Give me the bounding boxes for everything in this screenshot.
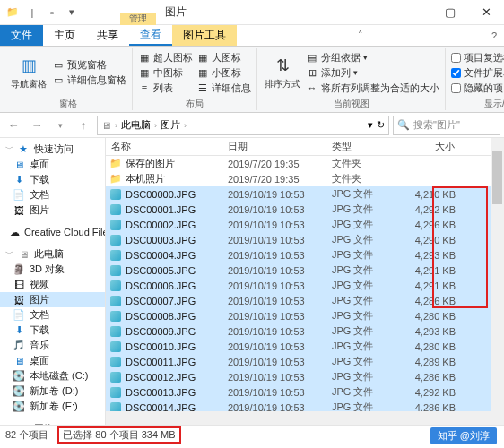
nav-pane-button[interactable]: ▥ 导航窗格: [9, 55, 48, 90]
details-button[interactable]: ☰详细信息: [196, 82, 251, 95]
file-name: DSC00010.JPG: [126, 341, 196, 352]
tab-share[interactable]: 共享: [86, 25, 129, 46]
nav-sidebar: ﹀★快速访问 🖥桌面 ⬇下载 📄文档 🖼图片 ☁Creative Cloud F…: [0, 138, 106, 425]
sidebar-documents2[interactable]: 📄文档: [0, 307, 105, 323]
qat-separator: |: [25, 5, 39, 20]
refresh-button[interactable]: ↻: [377, 119, 385, 131]
sort-button[interactable]: ⇅ 排序方式: [263, 55, 302, 90]
vertical-scrollbar[interactable]: [491, 138, 504, 425]
xl-icons-button[interactable]: ▦超大图标: [138, 51, 193, 65]
recent-dropdown[interactable]: ▾: [50, 116, 70, 135]
file-date: 2019/7/20 19:35: [222, 174, 326, 185]
file-row[interactable]: DSC00002.JPG2019/10/19 10:53JPG 文件4,296 …: [106, 217, 504, 232]
file-row[interactable]: 📁本机照片2019/7/20 19:35文件夹: [106, 171, 504, 186]
qat-dropdown-icon[interactable]: ▾: [65, 5, 79, 20]
minimize-button[interactable]: ―: [396, 0, 432, 25]
file-row[interactable]: DSC00010.JPG2019/10/19 10:53JPG 文件4,280 …: [106, 339, 504, 354]
forward-button[interactable]: →: [27, 116, 47, 135]
pictures-icon: 🖼: [13, 294, 25, 306]
tab-picture-tools[interactable]: 图片工具: [172, 25, 237, 46]
file-row[interactable]: DSC00007.JPG2019/10/19 10:53JPG 文件4,286 …: [106, 293, 504, 308]
sidebar-this-pc[interactable]: ﹀🖥此电脑: [0, 246, 105, 262]
file-row[interactable]: DSC00006.JPG2019/10/19 10:53JPG 文件4,291 …: [106, 278, 504, 293]
file-row[interactable]: DSC00004.JPG2019/10/19 10:53JPG 文件4,293 …: [106, 247, 504, 263]
group-show-hide-label: 显示/隐藏: [451, 97, 504, 110]
help-icon[interactable]: ?: [484, 25, 504, 46]
sidebar-videos[interactable]: 🎞视频: [0, 277, 105, 292]
file-row[interactable]: DSC00003.JPG2019/10/19 10:53JPG 文件4,290 …: [106, 232, 504, 247]
up-button[interactable]: ↑: [74, 116, 93, 135]
file-row[interactable]: DSC00014.JPG2019/10/19 10:53JPG 文件4,286 …: [106, 400, 504, 411]
tab-view[interactable]: 查看: [129, 25, 172, 46]
crumb-pictures[interactable]: 图片: [161, 118, 180, 132]
qat-new-icon[interactable]: ▫: [45, 5, 59, 20]
drive-icon: 💽: [13, 370, 25, 383]
file-row[interactable]: DSC00009.JPG2019/10/19 10:53JPG 文件4,293 …: [106, 323, 504, 339]
tab-file[interactable]: 文件: [0, 25, 43, 46]
file-row[interactable]: DSC00008.JPG2019/10/19 10:53JPG 文件4,280 …: [106, 308, 504, 323]
ribbon-collapse-icon[interactable]: ˄: [351, 25, 370, 46]
jpg-icon: [109, 325, 122, 338]
file-row[interactable]: 📁保存的图片2019/7/20 19:35文件夹: [106, 156, 504, 171]
file-row[interactable]: DSC00000.JPG2019/10/19 10:53JPG 文件4,210 …: [106, 186, 504, 202]
crumb-this-pc[interactable]: 此电脑: [121, 118, 151, 132]
file-ext-toggle[interactable]: 文件扩展名: [451, 66, 504, 80]
list-button[interactable]: ≡列表: [138, 82, 193, 95]
sidebar-pictures[interactable]: 🖼图片: [0, 202, 105, 218]
col-date[interactable]: 日期: [222, 138, 326, 155]
horizontal-scrollbar[interactable]: [106, 411, 504, 425]
file-date: 2019/7/20 19:35: [222, 159, 326, 169]
file-ext-checkbox[interactable]: [451, 68, 461, 78]
file-name: DSC00001.JPG: [126, 204, 196, 215]
col-size[interactable]: 大小: [398, 138, 461, 155]
sidebar-new-d[interactable]: 💽新加卷 (D:): [0, 383, 105, 399]
breadcrumb[interactable]: 🖥 › 此电脑 › 图片 › ▾ ↻: [97, 116, 389, 135]
item-checkboxes-checkbox[interactable]: [451, 53, 461, 63]
file-row[interactable]: DSC00011.JPG2019/10/19 10:53JPG 文件4,289 …: [106, 354, 504, 369]
sidebar-documents[interactable]: 📄文档: [0, 187, 105, 202]
sidebar-pictures2[interactable]: 🖼图片: [0, 292, 105, 307]
add-col-button[interactable]: ⊞添加列▾: [306, 66, 439, 80]
sidebar-ccf[interactable]: ☁Creative Cloud Files: [0, 225, 105, 239]
col-type[interactable]: 类型: [326, 138, 398, 155]
sidebar-desktop2[interactable]: 🖥桌面: [0, 353, 105, 368]
group-by-button[interactable]: ▤分组依据▾: [306, 51, 439, 65]
file-row[interactable]: DSC00012.JPG2019/10/19 10:53JPG 文件4,286 …: [106, 369, 504, 384]
details-pane-button[interactable]: ▭详细信息窗格: [52, 73, 126, 87]
sidebar-desktop[interactable]: 🖥桌面: [0, 157, 105, 172]
sidebar-new-e[interactable]: 💽新加卷 (E:): [0, 399, 105, 414]
file-type: JPG 文件: [326, 202, 398, 216]
fit-cols-button[interactable]: ↔将所有列调整为合适的大小: [306, 82, 439, 95]
sidebar-music[interactable]: 🎵音乐: [0, 338, 105, 353]
sidebar-local-c[interactable]: 💽本地磁盘 (C:): [0, 368, 105, 383]
s-icons-button[interactable]: ▦小图标: [196, 66, 251, 80]
preview-pane-button[interactable]: ▭预览窗格: [52, 58, 126, 72]
sidebar-3d[interactable]: 🗿3D 对象: [0, 262, 105, 277]
jpg-icon: [109, 280, 122, 292]
search-box[interactable]: 🔍 搜索"图片": [393, 116, 500, 135]
item-checkboxes-toggle[interactable]: 项目复选框: [451, 51, 504, 65]
sidebar-downloads2[interactable]: ⬇下载: [0, 323, 105, 338]
file-row[interactable]: DSC00001.JPG2019/10/19 10:53JPG 文件4,292 …: [106, 202, 504, 217]
file-name: DSC00007.JPG: [126, 296, 196, 306]
list-icon: ≡: [138, 82, 151, 94]
sidebar-network[interactable]: ›🖧网络: [0, 421, 105, 425]
file-size: 4,280 KB: [398, 341, 461, 352]
pc-icon: 🖥: [101, 120, 111, 131]
file-date: 2019/10/19 10:53: [222, 357, 326, 367]
sidebar-quick-access[interactable]: ﹀★快速访问: [0, 142, 105, 157]
file-row[interactable]: DSC00013.JPG2019/10/19 10:53JPG 文件4,292 …: [106, 384, 504, 400]
tab-home[interactable]: 主页: [43, 25, 86, 46]
close-button[interactable]: ✕: [468, 0, 504, 25]
crumb-dropdown-icon[interactable]: ▾: [368, 119, 373, 131]
col-name[interactable]: 名称: [106, 138, 222, 155]
hidden-items-checkbox[interactable]: [451, 83, 461, 93]
m-icons-button[interactable]: ▦中图标: [138, 66, 193, 80]
scrollbar-thumb[interactable]: [492, 151, 502, 204]
hidden-items-toggle[interactable]: 隐藏的项目: [451, 82, 504, 95]
back-button[interactable]: ←: [4, 116, 23, 135]
maximize-button[interactable]: ▢: [432, 0, 468, 25]
file-row[interactable]: DSC00005.JPG2019/10/19 10:53JPG 文件4,291 …: [106, 263, 504, 278]
l-icons-button[interactable]: ▦大图标: [196, 51, 251, 65]
sidebar-downloads[interactable]: ⬇下载: [0, 172, 105, 187]
